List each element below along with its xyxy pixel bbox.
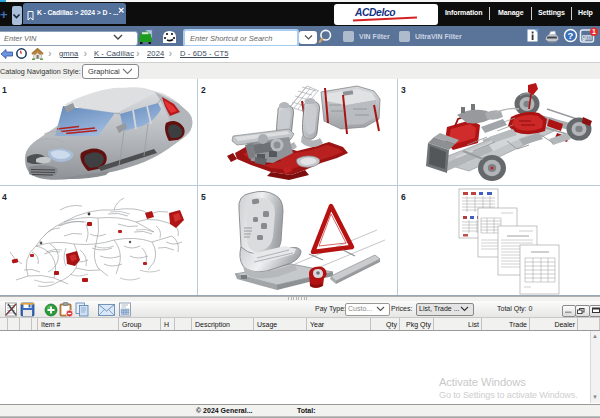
svg-text:?: ? [568, 30, 574, 41]
svg-text:1: 1 [592, 28, 596, 35]
